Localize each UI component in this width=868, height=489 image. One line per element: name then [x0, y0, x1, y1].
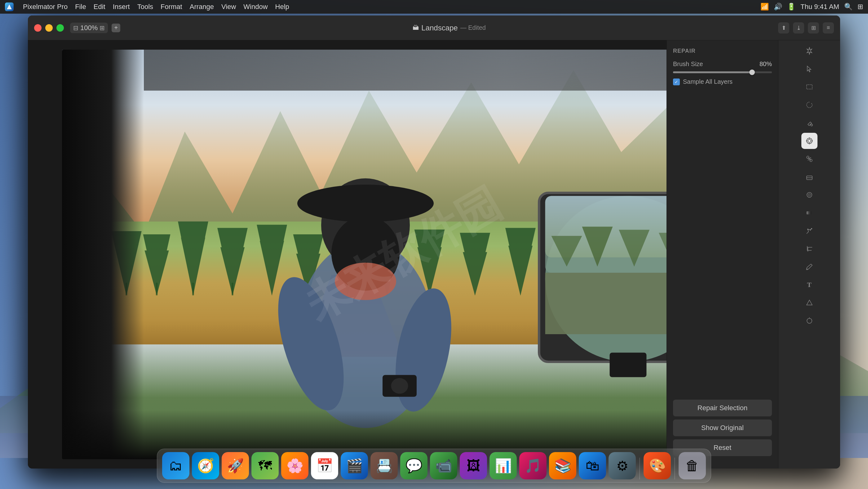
svg-point-54 — [808, 139, 811, 142]
dock-books[interactable]: 📚 — [549, 452, 576, 479]
svg-point-53 — [807, 138, 812, 144]
appstore-icon: 🛍 — [586, 458, 599, 473]
canvas-image[interactable]: 未来软件园 — [62, 50, 744, 459]
dock-photos[interactable]: 🌸 — [281, 452, 308, 479]
brush-size-slider-row — [673, 71, 772, 73]
svg-rect-28 — [156, 283, 158, 295]
facetime-icon: 📹 — [435, 458, 452, 474]
dock-numbers[interactable]: 📊 — [490, 452, 517, 479]
app-logo-icon — [5, 2, 13, 11]
dock-finder[interactable]: 🗂 — [162, 452, 189, 479]
dock-maps[interactable]: 🗺 — [251, 452, 279, 479]
menu-window[interactable]: Window — [240, 2, 271, 11]
dock-launchpad[interactable]: 🚀 — [222, 452, 249, 479]
pixelmator-icon: 🎨 — [649, 458, 666, 474]
menu-view[interactable]: View — [218, 2, 239, 11]
svg-marker-0 — [7, 4, 12, 9]
dock-trash[interactable]: 🗑 — [679, 452, 706, 479]
zoom-out-icon[interactable]: ⊟ — [73, 24, 79, 32]
dock-separator2 — [675, 458, 675, 479]
dock-separator — [640, 458, 640, 479]
maps-icon: 🗺 — [258, 458, 272, 473]
paint-bucket-tool[interactable] — [801, 115, 817, 131]
brush-size-slider[interactable] — [673, 71, 772, 73]
close-button[interactable] — [34, 24, 41, 32]
clone-tool[interactable] — [801, 151, 817, 167]
svg-point-52 — [811, 124, 812, 126]
dock-music[interactable]: 🎵 — [519, 452, 547, 479]
eraser-tool[interactable] — [801, 169, 817, 185]
launchpad-icon: 🚀 — [227, 458, 244, 474]
trash-icon: 🗑 — [685, 458, 699, 473]
menubar: Pixelmator Pro File Edit Insert Tools Fo… — [0, 0, 868, 13]
brush-tool[interactable] — [801, 259, 817, 275]
books-icon: 📚 — [554, 458, 571, 474]
car-top-frame — [144, 50, 744, 91]
svg-rect-51 — [807, 85, 812, 89]
shape-tool[interactable] — [801, 295, 817, 311]
menu-tools[interactable]: Tools — [134, 2, 156, 11]
cursor-tool[interactable] — [801, 61, 817, 77]
control-center-icon[interactable]: ⊞ — [858, 3, 863, 11]
svg-point-72 — [807, 318, 812, 323]
dock-calendar[interactable]: 📅 — [311, 452, 338, 479]
dock-messages[interactable]: 💬 — [400, 452, 428, 479]
gradient-tool[interactable] — [801, 205, 817, 221]
smudge-tool[interactable] — [801, 187, 817, 203]
dock-facetime[interactable]: 📹 — [430, 452, 457, 479]
menu-help[interactable]: Help — [272, 2, 292, 11]
pen-tool[interactable] — [801, 223, 817, 239]
minimize-button[interactable] — [45, 24, 53, 32]
dock: 🗂 🧭 🚀 🗺 🌸 📅 🎬 📇 💬 📹 🖼 📊 🎵 📚 🛍 ⚙ — [157, 449, 711, 483]
search-icon[interactable]: 🔍 — [844, 3, 852, 11]
share-button[interactable]: ⬆ — [778, 22, 789, 33]
menu-edit[interactable]: Edit — [91, 2, 108, 11]
photos-icon: 🌸 — [286, 458, 304, 474]
app-logo — [5, 2, 13, 11]
crop-tool[interactable] — [801, 241, 817, 257]
magic-wand-tool[interactable] — [801, 43, 817, 59]
safari-icon: 🧭 — [197, 458, 214, 474]
export-button[interactable]: ⤓ — [793, 22, 804, 33]
sample-all-layers-checkbox[interactable]: ✓ — [673, 79, 680, 85]
finder-icon: 🗂 — [169, 458, 183, 473]
dock-quicktime[interactable]: 🎬 — [341, 452, 368, 479]
menu-arrange[interactable]: Arrange — [187, 2, 217, 11]
svg-point-39 — [335, 262, 396, 300]
lasso-tool[interactable] — [801, 97, 817, 113]
dock-systemprefs[interactable]: ⚙ — [609, 452, 636, 479]
document-icon: 🏔 — [413, 24, 419, 31]
svg-marker-71 — [807, 300, 812, 305]
brush-size-row: Brush Size 80% — [673, 60, 772, 68]
dock-photos2[interactable]: 🖼 — [460, 452, 487, 479]
repair-selection-button[interactable]: Repair Selection — [673, 400, 772, 416]
menu-app-name[interactable]: Pixelmator Pro — [20, 2, 71, 11]
svg-point-65 — [809, 195, 810, 195]
text-tool[interactable]: T — [801, 277, 817, 293]
color-picker-tool[interactable] — [801, 313, 817, 329]
repair-tool[interactable] — [801, 133, 817, 149]
svg-point-67 — [811, 228, 812, 229]
arrange-button[interactable]: ⊞ — [808, 22, 819, 33]
titlebar-right-controls: ⬆ ⤓ ⊞ ≡ — [778, 22, 834, 33]
dock-appstore[interactable]: 🛍 — [579, 452, 606, 479]
svg-rect-50 — [610, 353, 647, 377]
dock-contacts[interactable]: 📇 — [370, 452, 398, 479]
dock-safari[interactable]: 🧭 — [192, 452, 219, 479]
app-window: ⊟ 100% ⊞ + 🏔 Landscape — Edited ⬆ ⤓ ⊞ ≡ — [28, 16, 840, 468]
add-layer-button[interactable]: + — [112, 24, 120, 32]
maximize-button[interactable] — [56, 24, 64, 32]
brush-size-value: 80% — [760, 60, 772, 68]
show-original-button[interactable]: Show Original — [673, 420, 772, 436]
brush-size-thumb[interactable] — [749, 69, 755, 75]
rect-select-tool[interactable] — [801, 79, 817, 95]
menu-file[interactable]: File — [72, 2, 89, 11]
dock-pixelmator[interactable]: 🎨 — [644, 452, 671, 479]
zoom-in-icon[interactable]: ⊞ — [99, 24, 105, 32]
more-options-button[interactable]: ≡ — [823, 22, 834, 33]
menu-insert[interactable]: Insert — [110, 2, 133, 11]
zoom-controls: ⊟ 100% ⊞ — [70, 23, 108, 33]
menu-format[interactable]: Format — [157, 2, 185, 11]
canvas-area[interactable]: 未来软件园 — [28, 40, 778, 468]
volume-icon: 🔊 — [774, 3, 782, 11]
